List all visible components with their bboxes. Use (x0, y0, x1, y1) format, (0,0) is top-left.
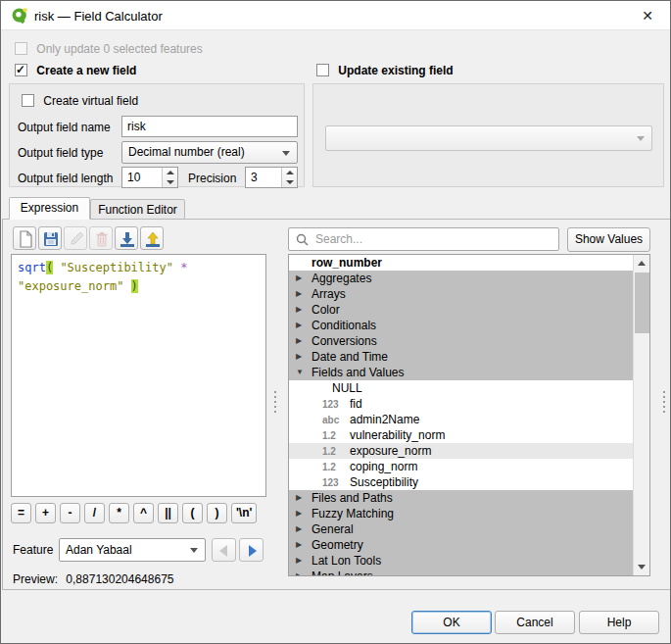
tab-function-editor[interactable]: Function Editor (90, 199, 185, 220)
close-icon[interactable]: ✕ (639, 8, 656, 24)
create-new-field-checkbox-box[interactable] (15, 64, 27, 76)
feature-select[interactable]: Adan Yabaal (59, 538, 206, 562)
operator-button[interactable]: = (11, 503, 31, 523)
next-feature-button[interactable] (239, 538, 264, 562)
field-type-icon-123: 123 (322, 397, 339, 413)
chevron-collapsed-icon[interactable]: ▶ (296, 490, 302, 506)
tree-item-conditionals[interactable]: ▶Conditionals (289, 318, 633, 333)
output-field-type-value: Decimal number (real) (128, 145, 245, 159)
function-tree: row_number▶Aggregates▶Arrays▶Color▶Condi… (288, 254, 650, 576)
tree-item-general[interactable]: ▶General (289, 521, 633, 537)
title-bar: risk — Field Calculator ✕ (1, 1, 670, 30)
tree-item-null[interactable]: NULL (289, 380, 633, 396)
tree-item-date-and-time[interactable]: ▶Date and Time (289, 349, 633, 365)
field-type-icon-1-2: 1.2 (322, 428, 336, 444)
operator-button[interactable]: || (158, 503, 178, 523)
create-virtual-field-label: Create virtual field (43, 94, 138, 108)
output-field-length-spinner[interactable]: 10 (121, 167, 178, 188)
tree-item-exposure-norm[interactable]: 1.2exposure_norm (289, 443, 633, 459)
update-existing-field-checkbox-box[interactable] (316, 64, 329, 76)
splitter-handle-right[interactable] (662, 388, 666, 416)
show-values-button[interactable]: Show Values (567, 227, 650, 252)
precision-spinner[interactable]: 3 (245, 167, 298, 188)
chevron-collapsed-icon[interactable]: ▶ (296, 537, 302, 553)
tree-item-coping-norm[interactable]: 1.2coping_norm (289, 459, 633, 474)
feature-label: Feature (13, 543, 53, 557)
only-update-checkbox-box[interactable] (15, 42, 27, 55)
tree-item-vulnerability-norm[interactable]: 1.2vulnerability_norm (289, 427, 633, 443)
scrollbar-thumb[interactable] (635, 272, 649, 333)
operator-button[interactable]: / (84, 503, 105, 523)
only-update-checkbox[interactable]: Only update 0 selected features (15, 42, 203, 56)
chevron-expanded-icon[interactable]: ▼ (296, 365, 304, 380)
chevron-collapsed-icon[interactable]: ▶ (296, 271, 302, 286)
expression-tab-pane: sqrt( "Susceptibility" * "exposure_norm"… (2, 219, 671, 590)
operator-button[interactable]: ^ (133, 503, 154, 523)
save-expression-button[interactable] (38, 226, 62, 250)
search-icon (296, 233, 309, 246)
chevron-collapsed-icon[interactable]: ▶ (296, 521, 302, 537)
code-token-field: "Susceptibility" (60, 261, 173, 274)
spinner-arrows-icon[interactable] (162, 168, 177, 187)
tree-item-label: coping_norm (350, 459, 417, 474)
chevron-collapsed-icon[interactable]: ▶ (296, 318, 302, 333)
chevron-collapsed-icon[interactable]: ▶ (296, 569, 302, 575)
tree-item-aggregates[interactable]: ▶Aggregates (289, 271, 633, 286)
window-title: risk — Field Calculator (34, 9, 163, 24)
precision-label: Precision (188, 172, 236, 185)
tree-item-geometry[interactable]: ▶Geometry (289, 537, 633, 553)
tab-expression[interactable]: Expression (9, 197, 90, 220)
output-field-type-select[interactable]: Decimal number (real) (121, 141, 298, 164)
operator-button[interactable]: '\n' (231, 503, 257, 523)
chevron-collapsed-icon[interactable]: ▶ (296, 553, 302, 569)
tree-item-lat-lon-tools[interactable]: ▶Lat Lon Tools (289, 553, 633, 569)
operator-button[interactable]: ( (182, 503, 203, 523)
tree-item-fields-and-values[interactable]: ▼Fields and Values (289, 365, 633, 380)
operator-button[interactable]: + (35, 503, 56, 523)
tree-item-files-and-paths[interactable]: ▶Files and Paths (289, 490, 633, 506)
scroll-up-icon[interactable] (634, 255, 650, 272)
output-field-name-input[interactable]: risk (121, 116, 298, 137)
function-tree-list: row_number▶Aggregates▶Arrays▶Color▶Condi… (289, 255, 633, 575)
expression-code-editor[interactable]: sqrt( "Susceptibility" * "exposure_norm"… (11, 254, 266, 497)
tree-item-admin2name[interactable]: abcadmin2Name (289, 412, 633, 427)
tree-scrollbar[interactable] (633, 255, 649, 575)
operator-button[interactable]: - (60, 503, 80, 523)
tree-item-label: Color (312, 302, 340, 318)
tree-item-arrays[interactable]: ▶Arrays (289, 286, 633, 302)
create-virtual-field-checkbox[interactable]: Create virtual field (22, 94, 138, 108)
tree-item-map-layers[interactable]: ▶Map Layers (289, 569, 633, 575)
cancel-label: Cancel (516, 616, 552, 629)
operator-button[interactable]: * (109, 503, 129, 523)
tree-item-row-number[interactable]: row_number (289, 255, 633, 271)
operator-button[interactable]: ) (207, 503, 227, 523)
chevron-collapsed-icon[interactable]: ▶ (296, 286, 302, 302)
export-expressions-button[interactable] (140, 226, 164, 250)
chevron-down-icon (190, 548, 198, 553)
import-expressions-button[interactable] (115, 226, 138, 250)
tree-item-susceptibility[interactable]: 123Susceptibility (289, 474, 633, 490)
create-new-field-label: Create a new field (36, 64, 136, 77)
chevron-collapsed-icon[interactable]: ▶ (296, 349, 302, 365)
cancel-button[interactable]: Cancel (495, 611, 575, 634)
update-field-group (312, 83, 664, 187)
help-button[interactable]: Help (579, 611, 659, 634)
ok-button[interactable]: OK (411, 611, 492, 634)
tree-item-fuzzy-matching[interactable]: ▶Fuzzy Matching (289, 506, 633, 521)
previous-feature-button[interactable] (212, 538, 236, 562)
new-expression-button[interactable] (13, 226, 36, 250)
tree-item-label: Geometry (312, 537, 363, 553)
chevron-collapsed-icon[interactable]: ▶ (296, 333, 302, 349)
create-new-field-checkbox[interactable]: Create a new field (15, 64, 136, 77)
chevron-collapsed-icon[interactable]: ▶ (296, 302, 302, 318)
scroll-down-icon[interactable] (634, 559, 650, 575)
create-virtual-field-checkbox-box[interactable] (22, 94, 34, 107)
tree-item-conversions[interactable]: ▶Conversions (289, 333, 633, 349)
tree-item-color[interactable]: ▶Color (289, 302, 633, 318)
search-input[interactable]: Search... (288, 227, 559, 251)
chevron-collapsed-icon[interactable]: ▶ (296, 506, 302, 521)
splitter-handle[interactable] (273, 388, 277, 416)
spinner-arrows-icon[interactable] (281, 168, 297, 187)
update-existing-field-checkbox[interactable]: Update existing field (316, 64, 454, 77)
tree-item-fid[interactable]: 123fid (289, 396, 633, 412)
